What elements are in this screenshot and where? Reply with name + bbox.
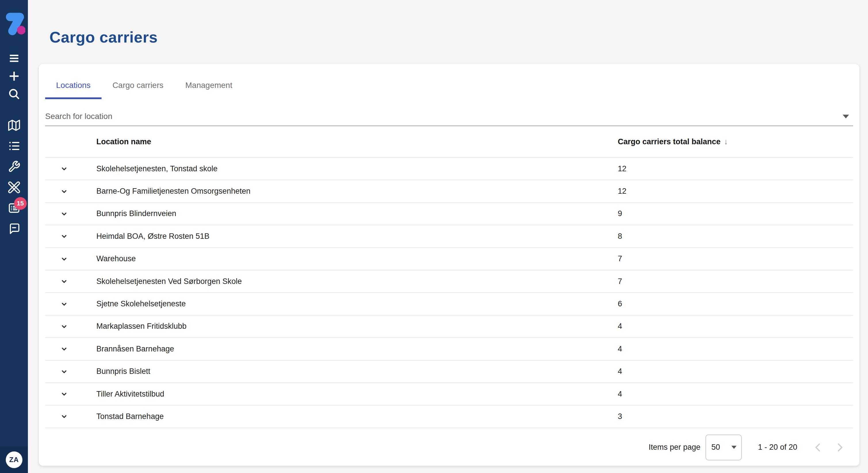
expand-cell [45, 209, 96, 218]
balance-cell: 3 [618, 412, 853, 421]
page: { "page": { "title": "Cargo carriers" },… [0, 0, 868, 473]
table-row[interactable]: Tiller Aktivitetstilbud 4 [45, 383, 853, 405]
requests-icon[interactable]: 15 [8, 202, 21, 214]
balance-header[interactable]: Cargo carriers total balance ↓ [618, 137, 853, 146]
table-header-row: Location name Cargo carriers total balan… [45, 126, 853, 158]
expand-cell [45, 164, 96, 173]
balance-cell: 6 [618, 299, 853, 308]
items-per-page-select[interactable]: 50 [706, 435, 742, 460]
balance-cell: 8 [618, 232, 853, 241]
location-search [45, 107, 853, 126]
tab-management[interactable]: Management [174, 72, 243, 99]
chevron-left-icon [811, 441, 825, 454]
main-content: Cargo carriers Locations Cargo carriers … [28, 0, 868, 473]
table-row[interactable]: Skolehelsetjenesten, Tonstad skole 12 [45, 158, 853, 180]
menu-icon[interactable] [8, 52, 21, 65]
expand-cell [45, 322, 96, 331]
pagination-bar: Items per page 50 1 - 20 of 20 [39, 428, 859, 466]
plus-icon[interactable] [8, 70, 21, 82]
expand-cell [45, 390, 96, 398]
row-expand-button[interactable] [60, 300, 68, 308]
chevron-down-icon [60, 209, 68, 218]
location-name-cell: Warehouse [96, 254, 618, 263]
tab-bar: Locations Cargo carriers Management [39, 72, 859, 99]
table-row[interactable]: Bunnpris Bislett 4 [45, 361, 853, 383]
expand-cell [45, 300, 96, 308]
row-expand-button[interactable] [60, 187, 68, 196]
next-page-button[interactable] [833, 441, 847, 454]
expand-cell [45, 412, 96, 421]
wrench-icon[interactable] [8, 160, 21, 173]
expand-cell [45, 277, 96, 285]
expand-cell [45, 344, 96, 353]
balance-cell: 9 [618, 209, 853, 218]
balance-cell: 12 [618, 187, 853, 196]
table-row[interactable]: Tonstad Barnehage 3 [45, 405, 853, 428]
map-icon[interactable] [8, 119, 21, 132]
row-expand-button[interactable] [60, 164, 68, 173]
search-dropdown-caret-icon[interactable] [843, 115, 849, 119]
row-expand-button[interactable] [60, 322, 68, 331]
app-logo [3, 9, 25, 37]
row-expand-button[interactable] [60, 232, 68, 240]
sidebar-nav-main: 15 [0, 119, 28, 235]
table-row[interactable]: Bunnpris Blindernveien 9 [45, 203, 853, 225]
pager-buttons [811, 441, 847, 454]
notification-badge: 15 [14, 197, 27, 210]
chevron-down-icon [60, 390, 68, 398]
user-avatar[interactable]: ZA [6, 451, 23, 468]
chevron-down-icon [60, 344, 68, 353]
location-name-cell: Heimdal BOA, Østre Rosten 51B [96, 232, 618, 241]
location-name-cell: Tiller Aktivitetstilbud [96, 390, 618, 399]
chevron-down-icon [60, 367, 68, 376]
sidebar: 15 ZA [0, 0, 28, 473]
sidebar-footer: ZA [0, 446, 28, 473]
tab-cargo-carriers[interactable]: Cargo carriers [101, 72, 174, 99]
row-expand-button[interactable] [60, 367, 68, 376]
location-name-header: Location name [96, 137, 618, 146]
search-icon[interactable] [8, 88, 21, 100]
chevron-down-icon [60, 300, 68, 308]
list-icon[interactable] [8, 140, 21, 152]
expand-cell [45, 255, 96, 263]
sort-desc-icon: ↓ [724, 137, 728, 146]
pagination-range-label: 1 - 20 of 20 [758, 443, 797, 452]
items-per-page-label: Items per page [649, 443, 700, 452]
table-row[interactable]: Brannåsen Barnehage 4 [45, 338, 853, 360]
balance-cell: 7 [618, 254, 853, 263]
previous-page-button[interactable] [811, 441, 825, 454]
location-name-cell: Skolehelsetjenesten, Tonstad skole [96, 164, 618, 173]
row-expand-button[interactable] [60, 255, 68, 263]
location-name-cell: Bunnpris Blindernveien [96, 209, 618, 218]
row-expand-button[interactable] [60, 209, 68, 218]
row-expand-button[interactable] [60, 277, 68, 285]
table-row[interactable]: Markaplassen Fritidsklubb 4 [45, 315, 853, 338]
expand-cell [45, 187, 96, 196]
chevron-down-icon [60, 322, 68, 331]
chevron-down-icon [60, 232, 68, 240]
design-tools-icon[interactable] [8, 181, 21, 194]
row-expand-button[interactable] [60, 390, 68, 398]
table-row[interactable]: Skolehelsetjenesten Ved Sørborgen Skole … [45, 270, 853, 293]
table-row[interactable]: Warehouse 7 [45, 248, 853, 270]
table-body: Skolehelsetjenesten, Tonstad skole 12 Ba… [39, 158, 859, 428]
location-name-cell: Bunnpris Bislett [96, 367, 618, 376]
chevron-down-icon [60, 255, 68, 263]
balance-header-label: Cargo carriers total balance [618, 137, 720, 146]
chevron-right-icon [833, 441, 847, 454]
table-row[interactable]: Heimdal BOA, Østre Rosten 51B 8 [45, 225, 853, 248]
row-expand-button[interactable] [60, 412, 68, 421]
row-expand-button[interactable] [60, 344, 68, 353]
balance-cell: 7 [618, 277, 853, 286]
items-per-page-value: 50 [711, 443, 720, 452]
balance-cell: 4 [618, 390, 853, 399]
search-input[interactable] [45, 107, 843, 126]
select-caret-icon [732, 446, 737, 449]
table-row[interactable]: Barne-Og Familietjenesten Omsorgsenheten… [45, 180, 853, 203]
tab-locations[interactable]: Locations [45, 72, 101, 99]
table-row[interactable]: Sjetne Skolehelsetjeneste 6 [45, 293, 853, 315]
location-name-cell: Sjetne Skolehelsetjeneste [96, 299, 618, 308]
expand-cell [45, 232, 96, 240]
chat-icon[interactable] [8, 223, 21, 235]
balance-cell: 12 [618, 164, 853, 173]
